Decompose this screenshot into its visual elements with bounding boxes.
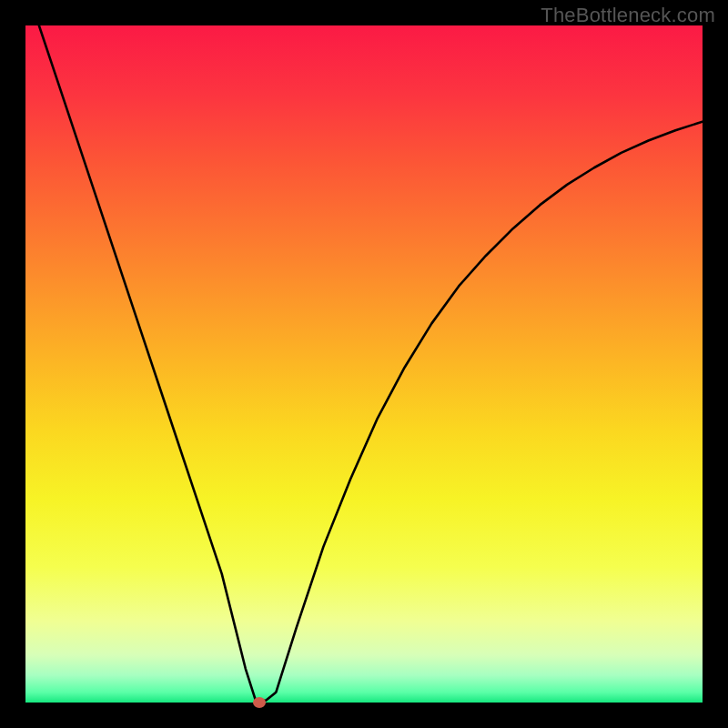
- curve-line: [25, 25, 703, 703]
- watermark-label: TheBottleneck.com: [541, 4, 715, 27]
- plot-area: [25, 25, 703, 703]
- optimum-marker: [253, 697, 266, 708]
- chart-frame: TheBottleneck.com: [0, 0, 728, 728]
